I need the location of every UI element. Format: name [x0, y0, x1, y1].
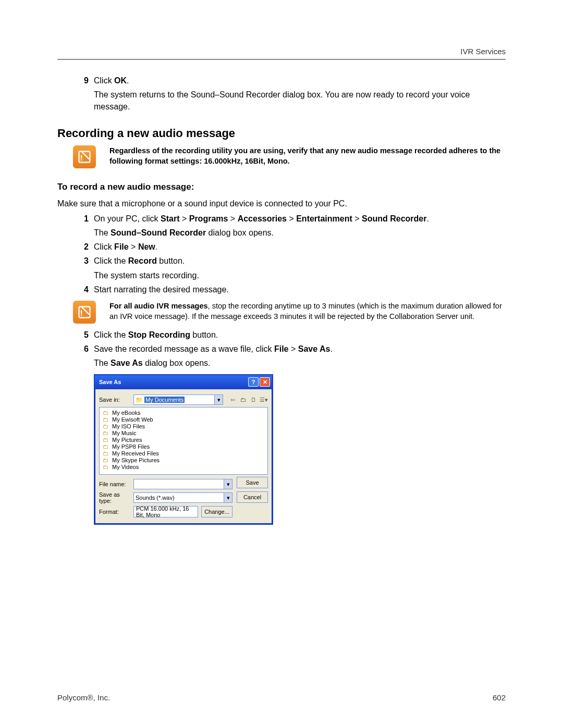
svg-rect-3: [79, 306, 90, 317]
sub-heading: To record a new audio message:: [57, 182, 506, 192]
folder-icon: 🗀: [103, 410, 110, 416]
chevron-down-icon[interactable]: ▾: [224, 479, 232, 489]
format-value: PCM 16.000 kHz, 16 Bit, Mono: [136, 505, 195, 518]
step-3-follow: The system starts recording.: [94, 269, 506, 281]
list-item[interactable]: 🗀My PSP8 Files: [103, 443, 160, 450]
b: Start: [161, 214, 179, 223]
folder-icon: 🗀: [103, 457, 110, 463]
file-name: My Pictures: [112, 437, 142, 443]
chevron-down-icon[interactable]: ▾: [214, 395, 223, 404]
file-name: My Music: [112, 430, 136, 436]
t: .: [426, 214, 429, 223]
footer-left: Polycom®, Inc.: [57, 693, 110, 702]
t: dialog box opens.: [206, 228, 274, 237]
t: >: [352, 214, 362, 223]
file-name: My Ewisoft Web: [112, 416, 153, 423]
header-category: IVR Services: [57, 47, 506, 59]
list-item[interactable]: 🗀My eBooks: [103, 410, 160, 416]
close-icon[interactable]: ✕: [260, 377, 270, 387]
list-item[interactable]: 🗀My Music: [103, 430, 160, 436]
b: Accessories: [238, 214, 287, 223]
b: Stop Recording: [128, 330, 190, 339]
list-item[interactable]: 🗀My Received Files: [103, 450, 160, 456]
file-name: My ISO Files: [112, 423, 145, 429]
folder-icon: 🗀: [103, 423, 110, 429]
t: >: [289, 344, 298, 353]
step-9: 9 Click OK.: [73, 75, 506, 87]
step-6: 6 Save the recorded message as a wave fi…: [73, 343, 506, 355]
list-item[interactable]: 🗀My Pictures: [103, 437, 160, 443]
save-as-dialog: Save As ? ✕ Save in: 📁 My Documents ▾ ⇦ …: [94, 374, 273, 525]
step-number: 5: [73, 329, 94, 341]
t: dialog box opens.: [143, 359, 211, 367]
step-number: 1: [73, 213, 94, 225]
back-icon[interactable]: ⇦: [228, 397, 237, 403]
t: The: [94, 359, 111, 367]
header-rule: [57, 59, 506, 60]
b: Save As: [111, 359, 143, 367]
format-label: Format:: [99, 509, 130, 515]
file-list[interactable]: 🗀My eBooks 🗀My Ewisoft Web 🗀My ISO Files…: [99, 407, 268, 475]
step-1-follow: The Sound–Sound Recorder dialog box open…: [94, 227, 506, 239]
list-item[interactable]: 🗀My Skype Pictures: [103, 457, 160, 463]
t: On your PC, click: [94, 214, 161, 223]
t: >: [228, 214, 237, 223]
list-item[interactable]: 🗀My ISO Files: [103, 423, 160, 429]
filename-input[interactable]: ▾: [133, 479, 232, 489]
step-6-follow: The Save As dialog box opens.: [94, 357, 506, 369]
chevron-down-icon[interactable]: ▾: [224, 493, 232, 502]
t: >: [129, 242, 138, 251]
intro-text: Make sure that a microphone or a sound i…: [57, 198, 506, 209]
b: New: [138, 242, 155, 251]
t: Click the: [94, 330, 128, 339]
svg-point-4: [81, 314, 82, 316]
folder-icon: 📁: [136, 397, 143, 403]
list-item[interactable]: 🗀My Ewisoft Web: [103, 416, 160, 423]
savein-combo[interactable]: 📁 My Documents ▾: [133, 394, 223, 405]
svg-rect-5: [81, 310, 82, 314]
filename-label: File name:: [99, 481, 130, 487]
change-button[interactable]: Change...: [201, 506, 232, 517]
note-text: Regardless of the recording utility you …: [109, 146, 500, 165]
views-icon[interactable]: ☰▾: [260, 397, 268, 403]
save-button[interactable]: Save: [237, 477, 268, 488]
step-number: 4: [73, 283, 94, 295]
t: >: [179, 214, 189, 223]
note-lead: For all audio IVR messages: [109, 302, 208, 310]
folder-icon: 🗀: [103, 430, 110, 436]
text-bold: OK: [114, 76, 127, 85]
step-number: 2: [73, 241, 94, 253]
t: Start narrating the desired message.: [94, 285, 229, 294]
text: Click: [94, 76, 114, 85]
b: Record: [128, 256, 157, 265]
help-icon[interactable]: ?: [248, 377, 259, 387]
file-name: My Skype Pictures: [112, 457, 160, 463]
savein-value: My Documents: [144, 397, 185, 403]
savetype-value: Sounds (*.wav): [136, 495, 175, 501]
svg-rect-2: [81, 155, 82, 158]
format-display: PCM 16.000 kHz, 16 Bit, Mono: [133, 506, 198, 517]
step-number: 3: [73, 255, 94, 267]
t: button.: [190, 330, 218, 339]
t: .: [330, 344, 332, 353]
savetype-combo[interactable]: Sounds (*.wav) ▾: [133, 492, 232, 503]
step-3: 3 Click the Record button.: [73, 255, 506, 267]
b: Save As: [298, 344, 331, 353]
folder-icon: 🗀: [103, 443, 110, 450]
file-name: My Received Files: [112, 450, 159, 456]
folder-icon: 🗀: [103, 416, 110, 423]
t: .: [155, 242, 157, 251]
step-2: 2 Click File > New.: [73, 241, 506, 253]
b: Programs: [189, 214, 228, 223]
newfolder-icon[interactable]: 🗋: [249, 397, 258, 403]
text: .: [127, 76, 129, 85]
up-icon[interactable]: 🗀: [239, 397, 247, 403]
b: File: [114, 242, 129, 251]
dialog-titlebar[interactable]: Save As ? ✕: [95, 375, 272, 389]
b: Sound Recorder: [362, 214, 426, 223]
list-item[interactable]: 🗀My Videos: [103, 464, 160, 470]
t: Save the recorded message as a wave file…: [94, 344, 274, 353]
cancel-button[interactable]: Cancel: [237, 491, 268, 503]
t: The: [94, 228, 111, 237]
t: Click the: [94, 256, 128, 265]
